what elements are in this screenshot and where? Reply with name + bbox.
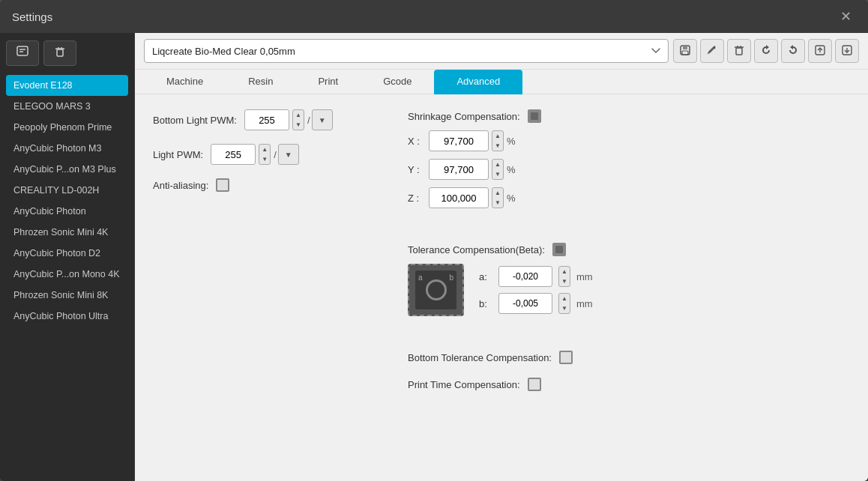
- save-icon: [679, 44, 691, 58]
- tolerance-b-down[interactable]: ▼: [559, 303, 570, 313]
- sidebar-item-4[interactable]: AnyCubic P...on M3 Plus: [6, 159, 128, 180]
- bottom-light-pwm-input[interactable]: [244, 109, 289, 130]
- x-pct-label: %: [507, 136, 516, 147]
- tol-b-indicator: b: [449, 273, 453, 282]
- toolbar-icons: [673, 39, 859, 63]
- svg-rect-3: [57, 49, 63, 56]
- bottom-light-pwm-input-group: ▲ ▼ / ▼: [244, 109, 333, 130]
- edit-icon-button[interactable]: [700, 39, 724, 63]
- tolerance-visual-row: a b a: ▲: [408, 264, 850, 316]
- tolerance-inner: a b: [415, 270, 456, 309]
- shrinkage-z-up[interactable]: ▲: [492, 188, 503, 198]
- save-icon-button[interactable]: [673, 39, 697, 63]
- svg-rect-0: [17, 46, 28, 55]
- refresh-icon-button[interactable]: [754, 39, 778, 63]
- light-pwm-dropdown[interactable]: ▼: [278, 144, 299, 165]
- shrinkage-z-input[interactable]: [429, 187, 489, 208]
- tol-a-label: a:: [479, 271, 492, 282]
- right-panel: Liqcreate Bio-Med Clear 0,05mm MachineRe…: [135, 33, 868, 481]
- tab-machine[interactable]: Machine: [144, 70, 226, 94]
- shrinkage-z-down[interactable]: ▼: [492, 198, 503, 208]
- shrinkage-x-row: X : ▲ ▼ %: [408, 130, 850, 151]
- tolerance-image: a b: [408, 264, 464, 316]
- tolerance-section: Tolerance Compensation(Beta): a b: [408, 243, 850, 316]
- shrinkage-x-up[interactable]: ▲: [492, 131, 503, 141]
- anti-aliasing-row: Anti-aliasing:: [153, 178, 363, 192]
- light-pwm-down[interactable]: ▼: [259, 154, 270, 164]
- settings-dialog: Settings ✕ Evodent E128ELEGOO MARS 3Peop…: [0, 0, 868, 481]
- tolerance-a-up[interactable]: ▲: [559, 267, 570, 276]
- export-icon-button[interactable]: [808, 39, 832, 63]
- import-icon-button[interactable]: [835, 39, 859, 63]
- sidebar-item-3[interactable]: AnyCubic Photon M3: [6, 138, 128, 159]
- tabs-container: MachineResinPrintGcodeAdvanced: [144, 70, 522, 94]
- delete-profile-button[interactable]: [43, 40, 76, 66]
- light-pwm-input[interactable]: [211, 144, 256, 165]
- bottom-light-pwm-down[interactable]: ▼: [293, 120, 304, 130]
- sidebar-items-list: Evodent E128ELEGOO MARS 3Peopoly Phenom …: [6, 75, 128, 327]
- tab-print[interactable]: Print: [295, 70, 361, 94]
- light-pwm-slash: / ▼: [274, 144, 299, 165]
- delete-icon-button[interactable]: [727, 39, 751, 63]
- anti-aliasing-label: Anti-aliasing:: [153, 180, 208, 191]
- tolerance-a-row: a: ▲ ▼ mm: [479, 266, 593, 287]
- tolerance-a-input[interactable]: [498, 266, 552, 287]
- tolerance-checkbox[interactable]: [552, 243, 566, 256]
- bottom-light-pwm-up[interactable]: ▲: [293, 110, 304, 120]
- shrinkage-checkbox[interactable]: [528, 109, 541, 123]
- slash-label-1: /: [307, 115, 310, 126]
- close-button[interactable]: ✕: [836, 7, 856, 26]
- shrinkage-x-down[interactable]: ▼: [492, 141, 503, 151]
- tolerance-b-up[interactable]: ▲: [559, 294, 570, 303]
- sidebar-item-2[interactable]: Peopoly Phenom Prime: [6, 117, 128, 138]
- light-pwm-up[interactable]: ▲: [259, 145, 270, 154]
- sidebar-item-5[interactable]: CREALITY LD-002H: [6, 180, 128, 201]
- tolerance-a-spinners: ▲ ▼: [558, 266, 570, 287]
- anti-aliasing-checkbox[interactable]: [216, 178, 229, 192]
- undo-icon: [787, 44, 799, 58]
- x-pct-group: ▲ ▼ %: [429, 130, 516, 151]
- sidebar-item-0[interactable]: Evodent E128: [6, 75, 128, 96]
- dialog-title: Settings: [12, 10, 52, 23]
- profile-select[interactable]: Liqcreate Bio-Med Clear 0,05mm: [144, 39, 669, 63]
- tol-b-label: b:: [479, 298, 492, 309]
- bottom-light-pwm-spinners: ▲ ▼: [292, 109, 304, 130]
- print-time-checkbox[interactable]: [528, 378, 541, 391]
- tab-resin[interactable]: Resin: [226, 70, 295, 94]
- shrinkage-section: Shrinkage Compensation: X : ▲ ▼: [408, 109, 850, 208]
- shrinkage-z-row: Z : ▲ ▼ %: [408, 187, 850, 208]
- shrinkage-label: Shrinkage Compensation:: [408, 111, 520, 122]
- sidebar-item-1[interactable]: ELEGOO MARS 3: [6, 96, 128, 117]
- bottom-light-pwm-dropdown[interactable]: ▼: [312, 109, 333, 130]
- sidebar-item-8[interactable]: AnyCubic Photon D2: [6, 243, 128, 264]
- y-pct-label: %: [507, 164, 516, 175]
- add-profile-button[interactable]: [6, 40, 39, 66]
- undo-icon-button[interactable]: [781, 39, 805, 63]
- settings-content: Bottom Light PWM: ▲ ▼ / ▼: [135, 94, 868, 481]
- tab-advanced[interactable]: Advanced: [434, 70, 522, 94]
- import-icon: [841, 44, 853, 58]
- z-pct-label: %: [507, 193, 516, 204]
- refresh-icon: [760, 44, 772, 58]
- tab-gcode[interactable]: Gcode: [361, 70, 434, 94]
- shrinkage-y-input[interactable]: [429, 159, 489, 180]
- shrinkage-y-up[interactable]: ▲: [492, 160, 503, 169]
- x-axis-label: X :: [408, 136, 423, 147]
- shrinkage-y-row: Y : ▲ ▼ %: [408, 159, 850, 180]
- tolerance-b-input[interactable]: [498, 293, 552, 314]
- right-column: Shrinkage Compensation: X : ▲ ▼: [408, 109, 850, 466]
- tolerance-b-row: b: ▲ ▼ mm: [479, 293, 593, 314]
- sidebar-item-6[interactable]: AnyCubic Photon: [6, 201, 128, 222]
- sidebar-item-7[interactable]: Phrozen Sonic Mini 4K: [6, 222, 128, 243]
- sidebar-item-10[interactable]: Phrozen Sonic Mini 8K: [6, 285, 128, 306]
- shrinkage-y-down[interactable]: ▼: [492, 169, 503, 179]
- tolerance-header-row: Tolerance Compensation(Beta):: [408, 243, 850, 256]
- bottom-light-pwm-row: Bottom Light PWM: ▲ ▼ / ▼: [153, 109, 363, 130]
- tolerance-a-down[interactable]: ▼: [559, 276, 570, 286]
- shrinkage-x-input[interactable]: [429, 130, 489, 151]
- sidebar-item-9[interactable]: AnyCubic P...on Mono 4K: [6, 264, 128, 285]
- bottom-tolerance-checkbox[interactable]: [559, 351, 573, 364]
- title-bar: Settings ✕: [0, 0, 868, 33]
- sidebar-item-11[interactable]: AnyCubic Photon Ultra: [6, 306, 128, 327]
- edit-icon: [706, 44, 718, 58]
